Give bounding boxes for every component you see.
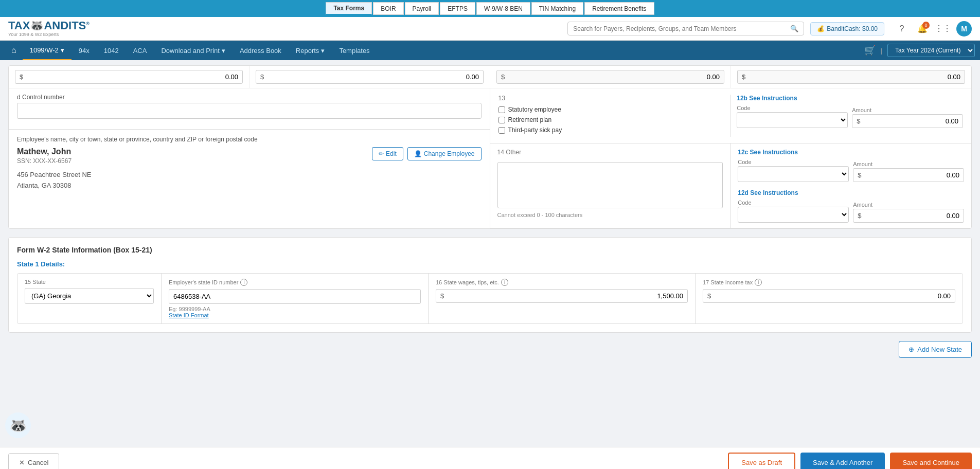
- header-icons: ? 🔔 0 ⋮⋮ M: [895, 21, 972, 37]
- save-add-another-button[interactable]: Save & Add Another: [800, 453, 885, 469]
- box14-label: 14 Other: [497, 149, 723, 156]
- retirement-plan-label: Retirement plan: [508, 116, 552, 123]
- nav-address-book[interactable]: Address Book: [233, 42, 289, 60]
- employer-state-id-input[interactable]: [169, 289, 421, 304]
- box12c-amount-input[interactable]: [863, 171, 959, 179]
- top-nav-eftps[interactable]: EFTPS: [440, 2, 475, 15]
- dollar-sign-2: $: [260, 73, 264, 81]
- nav-templates[interactable]: Templates: [332, 42, 377, 60]
- nav-reports-chevron: ▾: [321, 47, 325, 55]
- field16-box: 16 State wages, tips, etc. i $: [429, 274, 696, 323]
- statutory-employee-checkbox[interactable]: [498, 106, 505, 113]
- nav-download-print[interactable]: Download and Print ▾: [154, 42, 232, 60]
- control-number-input[interactable]: [17, 103, 482, 119]
- top-nav-tin[interactable]: TIN Matching: [531, 2, 583, 15]
- top-nav-payroll[interactable]: Payroll: [405, 2, 439, 15]
- nav-94x[interactable]: 94x: [72, 42, 97, 60]
- top-nav-boir[interactable]: BOIR: [373, 2, 403, 15]
- mascot-icon[interactable]: 🦝: [5, 412, 31, 438]
- field16-info-icon[interactable]: i: [501, 279, 508, 286]
- amount-input-1[interactable]: [25, 73, 238, 81]
- notification-badge: 0: [922, 22, 930, 29]
- state-id-format-link[interactable]: State ID Format: [169, 312, 421, 318]
- state-select[interactable]: (GA) Georgia: [25, 288, 154, 304]
- search-icon[interactable]: 🔍: [790, 25, 798, 32]
- nav-reports[interactable]: Reports ▾: [289, 42, 332, 60]
- retirement-plan-checkbox[interactable]: [498, 117, 505, 123]
- box12d-amount-label: Amount: [853, 202, 964, 208]
- logo-text: TAX🦝ANDITS®: [8, 20, 90, 31]
- help-icon[interactable]: ?: [895, 22, 909, 36]
- logo[interactable]: TAX🦝ANDITS® Your 1099 & W2 Experts: [8, 20, 90, 37]
- box12c-dollar: $: [858, 171, 861, 179]
- field17-amount-input[interactable]: [713, 292, 951, 300]
- notification-icon[interactable]: 🔔 0: [915, 22, 930, 36]
- top-amounts-row: $ $ $ $: [9, 66, 971, 88]
- statutory-employee-row: Statutory employee: [498, 106, 724, 113]
- employer-state-id-info-icon[interactable]: i: [240, 279, 247, 286]
- box12b-code-label: Code: [737, 105, 848, 111]
- cancel-button[interactable]: ✕ Cancel: [8, 453, 59, 469]
- thirdparty-sick-label: Third-party sick pay: [508, 127, 562, 134]
- nav-1042[interactable]: 1042: [97, 42, 126, 60]
- thirdparty-sick-checkbox[interactable]: [498, 127, 505, 134]
- state1-label: State 1 Details:: [17, 260, 963, 268]
- nav-1099w2[interactable]: 1099/W-2 ▾: [23, 41, 72, 60]
- nav-aca[interactable]: ACA: [126, 42, 154, 60]
- state-information-section: Form W-2 State Information (Box 15-21) S…: [8, 237, 972, 333]
- state-section-title: Form W-2 State Information (Box 15-21): [17, 246, 963, 254]
- change-employee-button[interactable]: 👤 Change Employee: [407, 147, 482, 160]
- edit-button[interactable]: ✏ Edit: [372, 147, 403, 160]
- box12b-code-select[interactable]: [737, 112, 848, 128]
- top-nav-w9[interactable]: W-9/W-8 BEN: [476, 2, 530, 15]
- add-new-state-button[interactable]: ⊕ Add New State: [899, 341, 972, 358]
- amount-input-3[interactable]: [507, 73, 720, 81]
- top-amounts-section: $ $ $ $: [8, 65, 972, 229]
- nav-1099w2-label: 1099/W-2: [30, 46, 59, 54]
- bandit-cash-button[interactable]: 💰 BanditCash: $0.00: [810, 22, 884, 35]
- edit-label: Edit: [386, 150, 397, 157]
- bandit-cash-label: BanditCash: $0.00: [827, 25, 878, 32]
- box12d-amount-input[interactable]: [863, 212, 959, 220]
- employer-state-id-label: Employer's state ID number i: [169, 279, 421, 286]
- save-continue-button[interactable]: Save and Continue: [890, 453, 972, 469]
- field16-amount-input[interactable]: [446, 292, 683, 300]
- search-bar: 🔍: [567, 22, 804, 35]
- field17-info-icon[interactable]: i: [755, 279, 762, 286]
- box12b-dollar: $: [857, 117, 860, 125]
- box12c-code-label: Code: [738, 159, 849, 165]
- avatar[interactable]: M: [956, 21, 972, 37]
- control-number-label: d Control number: [17, 94, 482, 101]
- grid-icon[interactable]: ⋮⋮: [936, 22, 950, 36]
- form-main-grid: d Control number Employee's name, city o…: [9, 88, 971, 228]
- employee-name: Mathew, John: [17, 147, 92, 156]
- box14-textarea[interactable]: [497, 162, 723, 208]
- employee-address: 456 Peachtree Street NE Atlanta, GA 3030…: [17, 170, 92, 191]
- amount-input-2[interactable]: [266, 73, 479, 81]
- top-nav-retirement[interactable]: Retirement Benefits: [584, 2, 654, 15]
- dollar-sign-4: $: [742, 73, 745, 81]
- box12c-code-select[interactable]: [738, 166, 849, 182]
- sec-nav-right: 🛒 | Tax Year 2024 (Current): [864, 44, 975, 57]
- year-selector[interactable]: Tax Year 2024 (Current): [887, 44, 975, 57]
- amount-input-4[interactable]: [747, 73, 960, 81]
- box12d-code-select[interactable]: [738, 207, 849, 223]
- box12d-dollar: $: [858, 212, 861, 220]
- cart-icon[interactable]: 🛒: [864, 45, 876, 56]
- nav-download-print-label: Download and Print: [161, 47, 219, 55]
- field17-amount-row: $: [703, 289, 955, 303]
- save-draft-button[interactable]: Save as Draft: [728, 453, 795, 469]
- amount-cell-1: $: [9, 66, 250, 88]
- top-nav-tax-forms[interactable]: Tax Forms: [326, 2, 372, 15]
- box12b-inputs: Code Amount $: [737, 105, 963, 128]
- box12d-section: 12d See Instructions Code Amount: [738, 189, 964, 223]
- search-input[interactable]: [573, 25, 787, 32]
- state-id-hint: Eg: 9999999-AA: [169, 306, 421, 312]
- form-left-panel: d Control number Employee's name, city o…: [9, 88, 490, 228]
- nav-reports-label: Reports: [296, 47, 319, 55]
- box12b-amount-input[interactable]: [862, 117, 958, 125]
- home-button[interactable]: ⌂: [5, 41, 23, 60]
- nav-1099w2-chevron: ▾: [61, 46, 64, 54]
- field15-state-box: 15 State (GA) Georgia: [17, 274, 162, 323]
- box14-section: 14 Other Cannot exceed 0 - 100 character…: [490, 143, 731, 228]
